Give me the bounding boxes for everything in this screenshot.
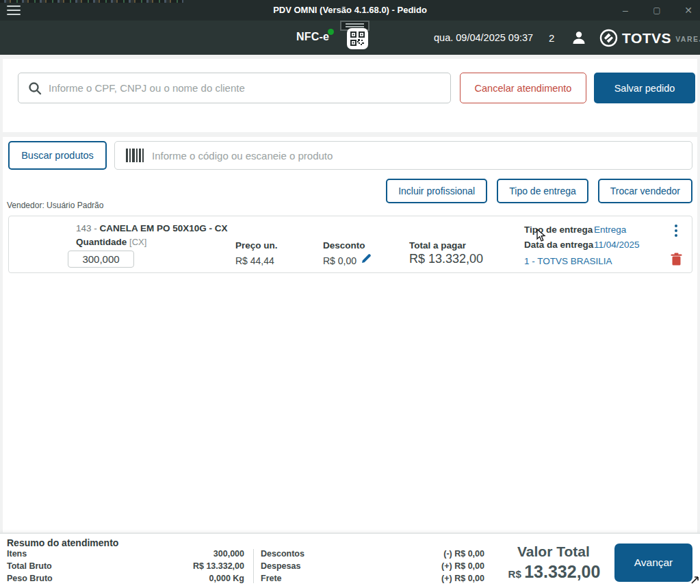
freight-label: Frete [261,574,282,583]
grand-total-label: Valor Total [517,544,589,560]
summary-divider [253,549,254,583]
store-link[interactable]: 1 - TOTVS BRASILIA [524,256,612,266]
search-icon [28,81,42,95]
app-header: NFC-e qua. 09/04/2025 09:37 2 TOTVS VARE… [0,21,700,55]
summary-title: Resumo do atendimento [7,537,118,548]
maximize-button[interactable]: ▢ [651,6,663,14]
client-section: Cancelar atendimento Salvar pedido [3,59,697,132]
delivery-date-label: Data da entrega [524,240,593,250]
save-order-button[interactable]: Salvar pedido [594,73,695,103]
include-professional-button[interactable]: Incluir profissional [386,179,487,203]
background-window-edge [0,0,183,3]
delivery-type-label: Tipo de entrega [524,225,593,235]
totvs-logo: TOTVS VAREJO [599,29,700,47]
close-button[interactable]: ✕ [682,5,695,15]
delivery-date-link[interactable]: 11/04/2025 [594,240,640,250]
total-label: Total a pagar [409,240,466,251]
seller-label: Vendedor: Usuário Padrão [7,201,103,210]
change-seller-button[interactable]: Trocar vendedor [598,179,692,203]
expenses-value: (+) R$ 0,00 [441,561,484,571]
brand-suffix: VAREJO [675,35,700,43]
quantity-label: Quantidade [CX] [76,237,146,247]
minimize-button[interactable]: – [619,5,632,15]
discounts-value: (-) R$ 0,00 [443,549,484,559]
delivery-type-link[interactable]: Entrega [594,225,626,235]
barcode-icon [126,148,144,163]
counter-badge: 2 [549,32,554,44]
product-row: 143 - CANELA EM PO 50X10G - CX Quantidad… [8,216,692,273]
client-search-input[interactable] [49,82,450,94]
product-title: 143 - CANELA EM PO 50X10G - CX [76,223,228,233]
title-bar: PDV OMNI (Versão 4.1.68.0) - Pedido – ▢ … [0,0,700,21]
barcode-search-box [114,141,692,170]
items-label: Itens [7,549,27,559]
summary-bar: Resumo do atendimento Itens 300,000 Tota… [0,533,700,588]
product-name: CANELA EM PO 50X10G - CX [100,223,228,233]
discounts-label: Descontos [261,549,304,559]
cancel-service-button[interactable]: Cancelar atendimento [460,73,586,103]
unit-price-label: Preço un. [235,240,278,251]
discount-label: Desconto [323,240,365,251]
brand-name: TOTVS [622,30,671,47]
client-search-box [18,73,451,103]
user-icon[interactable] [571,30,586,48]
gross-total-label: Total Bruto [7,561,52,571]
order-action-buttons: Incluir profissional Tipo de entrega Tro… [386,179,692,203]
barcode-input[interactable] [152,150,692,162]
quantity-input[interactable] [68,251,134,268]
nfce-status: NFC-e [296,31,329,43]
unit-price-value: R$ 44,44 [235,255,274,266]
delivery-type-button[interactable]: Tipo de entrega [497,179,588,203]
grand-total-value: R$ 13.332,00 [506,562,602,582]
gross-weight-label: Peso Bruto [7,574,53,583]
gross-weight-value: 0,000 Kg [209,574,244,583]
products-section: Buscar produtos Incluir profissional Tip… [3,137,697,533]
edit-discount-icon[interactable] [361,253,372,267]
gross-total-value: R$ 13.332,00 [193,561,244,571]
items-value: 300,000 [213,549,244,559]
qr-code-icon[interactable] [347,28,368,49]
product-code: 143 - [76,223,100,233]
nfce-online-dot [328,29,334,35]
totvs-logo-icon [599,29,618,47]
grand-total-currency: R$ [508,568,521,580]
window-title: PDV OMNI (Versão 4.1.68.0) - Pedido [0,0,700,21]
delete-item-icon[interactable] [671,253,682,268]
discount-value: R$ 0,00 [323,255,357,266]
grand-total-number: 13.332,00 [524,562,600,581]
row-menu-icon[interactable] [671,222,681,239]
datetime-label: qua. 09/04/2025 09:37 [434,32,533,43]
resize-grip-icon[interactable] [690,575,699,587]
unit-tag: [CX] [129,237,146,247]
advance-button[interactable]: Avançar [614,544,692,582]
line-total-value: R$ 13.332,00 [409,252,483,266]
search-products-button[interactable]: Buscar produtos [8,141,107,170]
expenses-label: Despesas [261,561,300,571]
freight-value: (+) R$ 0,00 [441,574,484,583]
